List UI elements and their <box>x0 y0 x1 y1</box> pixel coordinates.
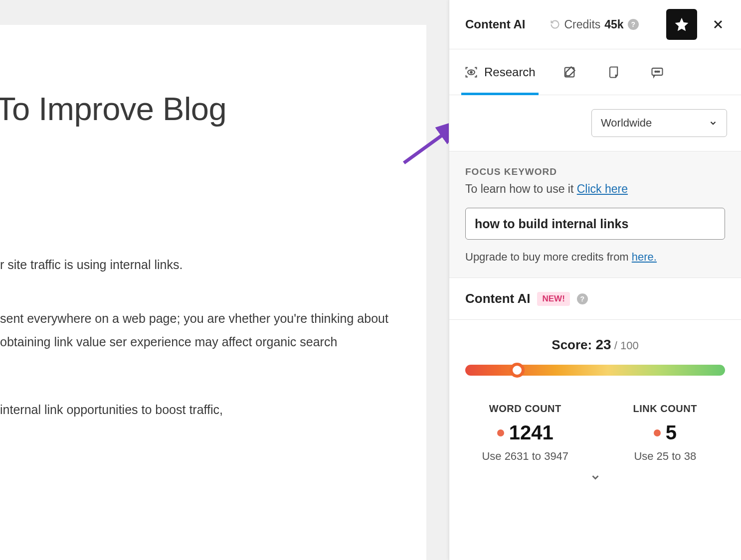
content-ai-sidebar: Content AI Credits 45k ? <box>449 0 741 560</box>
tab-chat[interactable] <box>647 49 667 95</box>
close-icon <box>712 18 724 30</box>
tab-write[interactable] <box>559 49 579 95</box>
region-row: Worldwide <box>449 95 741 151</box>
metrics-row: WORD COUNT 1241 Use 2631 to 3947 LINK CO… <box>465 403 725 463</box>
favorite-button[interactable] <box>666 9 697 40</box>
svg-point-4 <box>470 71 472 73</box>
post-paragraph[interactable]: sent everywhere on a web page; you are v… <box>0 307 426 354</box>
refresh-icon[interactable] <box>550 19 560 29</box>
post-title[interactable]: To Improve Blog <box>0 90 426 129</box>
help-icon[interactable]: ? <box>577 293 588 304</box>
sidebar-title: Content AI <box>465 17 525 31</box>
score-line: Score: 23 / 100 <box>465 337 725 353</box>
edit-icon <box>562 65 576 79</box>
help-icon[interactable]: ? <box>628 19 639 30</box>
metric-word-count: WORD COUNT 1241 Use 2631 to 3947 <box>465 403 585 463</box>
status-dot <box>654 429 661 436</box>
post-paragraph[interactable]: r site traffic is using internal links. <box>0 253 426 277</box>
focus-keyword-help-link[interactable]: Click here <box>577 182 628 195</box>
chat-icon <box>650 65 664 79</box>
region-value: Worldwide <box>601 117 652 130</box>
focus-keyword-heading: FOCUS KEYWORD <box>465 166 725 177</box>
expand-metrics[interactable] <box>465 472 725 483</box>
close-button[interactable] <box>708 14 728 34</box>
region-select[interactable]: Worldwide <box>591 109 727 137</box>
new-badge: NEW! <box>537 292 569 306</box>
metric-link-count: LINK COUNT 5 Use 25 to 38 <box>605 403 726 463</box>
content-ai-score-title: Content AI <box>465 291 530 306</box>
chevron-down-icon <box>590 472 601 483</box>
svg-point-7 <box>655 71 656 72</box>
upgrade-text: Upgrade to buy more credits from here. <box>465 251 725 264</box>
score-body: Score: 23 / 100 WORD COUNT 1241 Use 2631… <box>449 320 741 493</box>
score-thumb <box>510 363 525 378</box>
content-ai-score-header: Content AI NEW! ? <box>449 278 741 320</box>
status-dot <box>497 429 504 436</box>
chevron-down-icon <box>709 119 718 128</box>
credits-display: Credits 45k ? <box>550 18 638 31</box>
eye-scan-icon <box>464 65 478 79</box>
tab-research[interactable]: Research <box>464 49 536 95</box>
editor-pane: To Improve Blog r site traffic is using … <box>0 0 434 560</box>
tab-notes[interactable] <box>603 49 623 95</box>
post-paragraph[interactable]: internal link opportunities to boost tra… <box>0 398 426 422</box>
credits-value: 45k <box>604 18 623 31</box>
sidebar-header: Content AI Credits 45k ? <box>449 0 741 49</box>
focus-keyword-section: FOCUS KEYWORD To learn how to use it Cli… <box>449 151 741 278</box>
focus-keyword-input[interactable] <box>465 208 725 240</box>
score-bar <box>465 365 725 376</box>
editor-area[interactable]: To Improve Blog r site traffic is using … <box>0 25 426 560</box>
focus-keyword-subtext: To learn how to use it Click here <box>465 182 725 196</box>
note-icon <box>606 65 620 79</box>
credits-label: Credits <box>564 18 600 31</box>
sidebar-tabs: Research <box>449 49 741 95</box>
upgrade-link[interactable]: here. <box>632 251 657 263</box>
tab-research-label: Research <box>484 65 536 79</box>
svg-point-8 <box>657 71 658 72</box>
star-icon <box>674 16 690 32</box>
svg-point-9 <box>658 71 659 72</box>
